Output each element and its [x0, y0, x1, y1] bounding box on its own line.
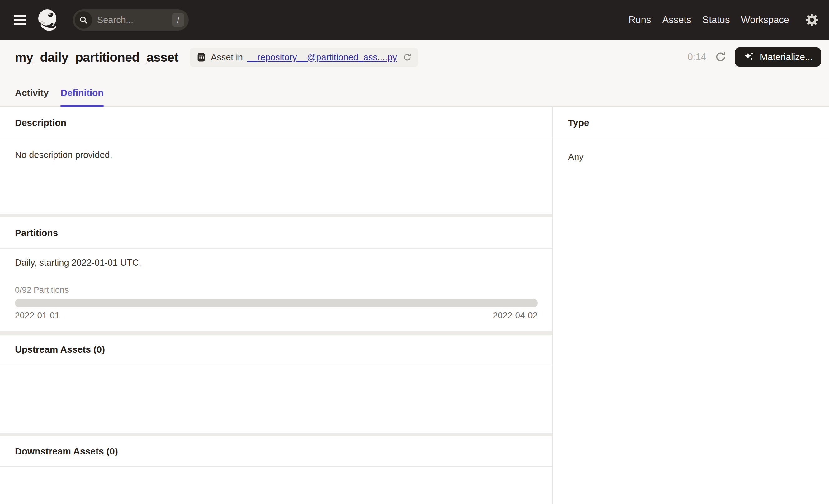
partitions-progress-label: 0/92 Partitions: [15, 285, 538, 295]
navbar-links: Runs Assets Status Workspace: [628, 13, 819, 27]
refresh-countdown: 0:14: [688, 51, 706, 63]
materialize-button-label: Materialize...: [760, 52, 813, 62]
badge-reload-icon[interactable]: [403, 52, 412, 62]
tab-definition-label: Definition: [61, 87, 103, 98]
hamburger-menu-icon[interactable]: [14, 15, 26, 25]
type-value: Any: [553, 139, 829, 504]
page-header: my_daily_partitioned_asset Asset in __re…: [0, 40, 829, 107]
partition-range-end: 2022-04-02: [493, 311, 538, 321]
nav-link-status[interactable]: Status: [702, 14, 730, 26]
tab-definition[interactable]: Definition: [61, 87, 103, 106]
asset-badge-prefix: Asset in: [211, 52, 243, 63]
section-gap: [0, 331, 552, 335]
upstream-assets-body: [0, 364, 552, 433]
partition-range-start: 2022-01-01: [15, 311, 60, 321]
section-gap: [0, 214, 552, 217]
partitions-summary: Daily, starting 2022-01-01 UTC.: [15, 249, 538, 268]
left-column: Description No description provided. Par…: [0, 107, 552, 504]
asset-repository-link[interactable]: __repository__@partitioned_ass....py: [247, 52, 397, 63]
tab-activity[interactable]: Activity: [15, 87, 48, 106]
asset-origin-badge: Asset in __repository__@partitioned_ass.…: [190, 48, 418, 67]
section-gap: [0, 433, 552, 436]
page-title: my_daily_partitioned_asset: [15, 50, 178, 65]
nav-link-assets[interactable]: Assets: [662, 14, 691, 26]
tab-activity-label: Activity: [15, 87, 48, 98]
refresh-icon[interactable]: [714, 51, 727, 63]
downstream-assets-body: [0, 467, 552, 504]
type-section-heading: Type: [553, 107, 829, 139]
description-section-heading: Description: [0, 107, 552, 139]
upstream-assets-heading: Upstream Assets (0): [0, 335, 552, 364]
downstream-assets-heading: Downstream Assets (0): [0, 436, 552, 467]
sparkles-icon: [743, 51, 756, 63]
partitions-section-body: Daily, starting 2022-01-01 UTC. 0/92 Par…: [0, 249, 552, 331]
nav-link-workspace[interactable]: Workspace: [741, 14, 789, 26]
gear-icon[interactable]: [805, 13, 819, 27]
top-navbar: / Runs Assets Status Workspace: [0, 0, 829, 40]
main-content: Description No description provided. Par…: [0, 107, 829, 504]
partitions-progress-bar: [15, 299, 538, 308]
description-empty-text: No description provided.: [0, 139, 552, 214]
search-bar: /: [73, 9, 189, 31]
tab-bar: Activity Definition: [15, 87, 104, 106]
materialize-button[interactable]: Materialize...: [735, 47, 821, 67]
repository-icon: [196, 52, 207, 63]
partitions-section-heading: Partitions: [0, 217, 552, 249]
partitions-date-range: 2022-01-01 2022-04-02: [15, 311, 538, 321]
search-icon: [75, 11, 92, 29]
nav-link-runs[interactable]: Runs: [628, 14, 651, 26]
right-column: Type Any: [553, 107, 829, 504]
header-actions: 0:14 Materialize...: [688, 47, 821, 67]
search-input[interactable]: [97, 15, 172, 25]
search-shortcut-key: /: [172, 13, 184, 27]
dagster-logo[interactable]: [36, 8, 61, 32]
